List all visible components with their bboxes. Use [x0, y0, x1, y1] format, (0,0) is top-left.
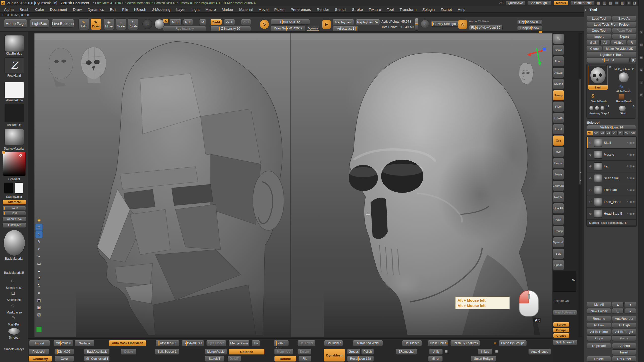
- delmt-button[interactable]: DelMT: [227, 356, 241, 362]
- fillobject-button[interactable]: FillObject: [3, 223, 26, 228]
- polish-by-features-button[interactable]: Polish By Features: [450, 340, 480, 346]
- focal-shift-slider[interactable]: Focal Shift -56: [271, 19, 310, 25]
- palette-icon[interactable]: [35, 319, 43, 326]
- shelf-button[interactable]: Persp: [553, 90, 564, 101]
- subtool-row-icons[interactable]: ✎ ▦ ◉: [627, 212, 635, 215]
- mrgb-button[interactable]: Mrgb: [170, 19, 182, 25]
- lazystep-slider[interactable]: LazyStep 0.1: [155, 340, 180, 346]
- shelf-button[interactable]: PolyF: [553, 214, 564, 225]
- goz-button[interactable]: GoZ: [587, 40, 599, 45]
- version-tab[interactable]: V5: [612, 131, 618, 135]
- version-tab[interactable]: V4: [606, 131, 612, 135]
- gravity-strength-slider[interactable]: Gravity Strength 0: [431, 21, 461, 27]
- autoreorder-button[interactable]: AutoReorder: [612, 316, 636, 321]
- auto-mask-fibermesh-button[interactable]: Auto Mask FiberMesh: [109, 340, 146, 346]
- default-zscript-button[interactable]: DefaultZScript: [570, 1, 595, 5]
- save-as-button[interactable]: Save As: [612, 16, 636, 21]
- dynamic-toggle[interactable]: Dynamic: [307, 26, 319, 31]
- mask-by-feature-button[interactable]: MaskByFeature: [553, 310, 577, 315]
- crease-button[interactable]: Crease: [553, 333, 570, 338]
- shelf-button[interactable]: Xyz: [553, 135, 564, 146]
- version-tab[interactable]: V7: [624, 131, 630, 135]
- delete2-button[interactable]: Delete: [297, 349, 311, 355]
- shelf-button[interactable]: Zoom3D: [553, 180, 564, 191]
- light-icon[interactable]: ◉: [35, 216, 43, 223]
- lightbox-button[interactable]: LightBox: [30, 19, 49, 28]
- menu-item[interactable]: Texture: [369, 7, 381, 12]
- subtool-eye-icon[interactable]: ⊙: [588, 165, 593, 168]
- color-picker[interactable]: [3, 152, 26, 176]
- anatomy-thumb-1[interactable]: [589, 106, 594, 110]
- subtool-thumb[interactable]: [594, 151, 602, 159]
- dock-target-icon[interactable]: ◉: [639, 68, 643, 72]
- shelf-button[interactable]: Floor: [553, 101, 564, 112]
- subtool-row-icons[interactable]: ✎ ▦ ◉: [627, 165, 635, 168]
- marker-icon[interactable]: ▭: [35, 260, 43, 267]
- mask-pen-icon[interactable]: ✎: [12, 315, 15, 320]
- subtool-eye-icon[interactable]: ⊙: [588, 188, 593, 192]
- rows-view-icon[interactable]: ▥: [620, 1, 625, 5]
- fov-slider[interactable]: Field of view(deg) 30: [469, 25, 503, 30]
- anatomy-thumb-3[interactable]: [600, 106, 605, 110]
- knife-icon[interactable]: ✂: [35, 253, 43, 260]
- z-intensity-slider[interactable]: Z Intensity 20: [210, 26, 251, 31]
- home-page-button[interactable]: Home Page: [4, 19, 27, 28]
- clone-button[interactable]: Clone: [587, 46, 602, 51]
- menu-item[interactable]: Document: [50, 7, 67, 12]
- dynamesh-groups-button[interactable]: Groups: [347, 349, 360, 355]
- bpr-render-button[interactable]: ✎: [553, 33, 564, 44]
- all-to-home-button[interactable]: All To Home: [587, 329, 611, 334]
- dist-slider[interactable]: Dist 0.02: [54, 349, 74, 355]
- menu-item[interactable]: Marker: [222, 7, 233, 12]
- menu-item[interactable]: Material: [239, 7, 253, 12]
- move-down-button[interactable]: ▼: [625, 302, 636, 307]
- shelf-button[interactable]: Zoom: [553, 56, 564, 67]
- menu-item[interactable]: Movie: [258, 7, 268, 12]
- shelf-button[interactable]: AAHalf: [553, 79, 564, 89]
- eraserbrush-icon[interactable]: [619, 94, 624, 99]
- subtool-thumb[interactable]: [594, 186, 602, 194]
- shelf-button[interactable]: Local: [553, 124, 564, 134]
- scroll-up-arrow[interactable]: ▲: [579, 171, 582, 173]
- unify-button[interactable]: Unify: [429, 349, 443, 355]
- scrollbar-handle[interactable]: [579, 79, 581, 185]
- stroke-picker[interactable]: ~: [142, 19, 152, 29]
- live-boolean-button[interactable]: Live Boolean: [52, 19, 74, 28]
- paste-subtool-button[interactable]: Paste: [612, 335, 636, 341]
- shelf-button[interactable]: Dynamic: [553, 237, 564, 248]
- grid-view-icon[interactable]: ▦: [596, 1, 601, 5]
- menu-item[interactable]: Render: [317, 7, 329, 12]
- all-low-button[interactable]: All Low: [587, 322, 611, 328]
- goz-r-button[interactable]: R: [627, 40, 636, 45]
- load-tool-button[interactable]: Load Tool: [587, 16, 611, 21]
- polish-by-groups-button[interactable]: Polish By Groups: [499, 340, 527, 346]
- visibility-eye-icon[interactable]: ⊙: [35, 224, 43, 231]
- version-tab[interactable]: V8: [630, 131, 636, 135]
- colorize-button[interactable]: Colorize: [228, 349, 265, 355]
- dock-menu-icon[interactable]: ≡: [639, 80, 643, 85]
- visible-count-slider[interactable]: Visible Count 14: [587, 125, 636, 130]
- export-tool-button[interactable]: Export: [612, 34, 636, 39]
- insert-button[interactable]: Insert: [612, 349, 636, 355]
- load-tools-from-project-button[interactable]: Load Tools From Project: [587, 22, 636, 27]
- alphabrush-icon[interactable]: ✎: [619, 83, 624, 90]
- shelf-button[interactable]: Rotate: [553, 192, 564, 202]
- import-button[interactable]: Import: [29, 340, 50, 346]
- select-lasso-icon[interactable]: ◌: [11, 278, 14, 284]
- shelf-button[interactable]: Transp: [553, 226, 564, 236]
- zcut-button[interactable]: Zcut: [241, 19, 251, 25]
- subtool-row[interactable]: ⊙ Head Step-5 ✎ ▦ ◉: [587, 208, 636, 219]
- delete-subtool-button[interactable]: Delete: [587, 356, 611, 361]
- subtool-row-icons[interactable]: ✎ ▦ ◉: [627, 189, 635, 191]
- edit-button[interactable]: Edit: [81, 25, 87, 28]
- geometry-button[interactable]: Geometry: [28, 356, 52, 362]
- polish-features-dot[interactable]: [446, 342, 448, 344]
- shelf-button[interactable]: Line Fill: [553, 203, 564, 214]
- menu-item[interactable]: Macro: [206, 7, 216, 12]
- move-button[interactable]: ✚Move: [104, 18, 114, 30]
- menu-item[interactable]: I-Brush: [134, 7, 146, 12]
- all-to-target-button[interactable]: All To Target: [612, 329, 636, 334]
- inflate-button[interactable]: Inflate: [477, 349, 493, 355]
- subtool-row[interactable]: ⊙ Scan Skull ✎ ▦ ◉: [587, 172, 636, 184]
- menus-button[interactable]: Menus: [554, 1, 568, 5]
